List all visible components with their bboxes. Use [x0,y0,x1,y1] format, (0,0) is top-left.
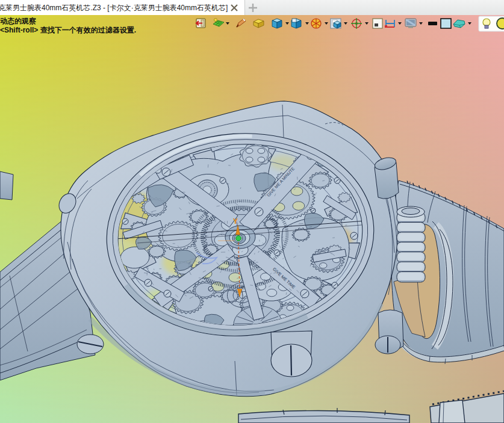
svg-text:Y: Y [233,217,238,226]
